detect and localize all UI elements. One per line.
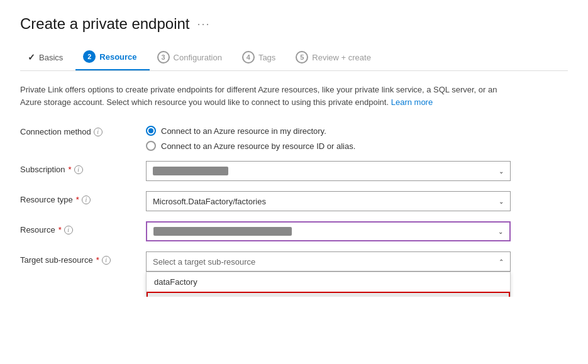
target-sub-resource-required: *: [96, 255, 99, 265]
resource-info-icon[interactable]: i: [64, 226, 73, 234]
tab-resource-label: Resource: [99, 52, 136, 62]
tab-basics[interactable]: ✓ Basics: [20, 47, 75, 69]
resource-control: ⌄: [146, 221, 511, 241]
tab-resource[interactable]: 2 Resource: [75, 45, 149, 70]
target-sub-resource-menu: dataFactory portal: [146, 272, 511, 297]
connection-method-info-icon[interactable]: i: [94, 128, 103, 136]
radio-directory[interactable]: Connect to an Azure resource in my direc…: [146, 126, 511, 136]
resource-dropdown[interactable]: ⌄: [146, 221, 511, 241]
tab-resource-circle: 2: [83, 50, 96, 63]
title-ellipsis: ···: [197, 18, 211, 31]
option-portal[interactable]: portal: [147, 292, 510, 297]
resource-required: *: [58, 225, 62, 234]
subscription-label: Subscription * i: [20, 161, 146, 174]
resource-arrow-icon: ⌄: [498, 228, 503, 235]
tab-review-label: Review + create: [312, 53, 371, 62]
subscription-required: *: [69, 165, 72, 174]
resource-placeholder-bar: [153, 227, 292, 236]
subscription-info-icon[interactable]: i: [74, 165, 83, 174]
subscription-row: Subscription * i ⌄: [20, 161, 568, 181]
basics-check-icon: ✓: [28, 52, 35, 62]
resource-type-info-icon[interactable]: i: [82, 196, 91, 204]
target-sub-resource-dropdown[interactable]: Select a target sub-resource ⌃: [146, 251, 511, 272]
target-sub-resource-label: Target sub-resource * i: [20, 251, 146, 265]
target-sub-resource-arrow-icon: ⌃: [499, 258, 504, 265]
connection-method-control: Connect to an Azure resource in my direc…: [146, 123, 511, 151]
subscription-arrow-icon: ⌄: [499, 168, 504, 175]
tab-tags[interactable]: 4 Tags: [235, 46, 288, 70]
tab-configuration-label: Configuration: [174, 53, 222, 62]
option-dataFactory[interactable]: dataFactory: [147, 272, 510, 292]
resource-label: Resource * i: [20, 221, 146, 234]
resource-value: [153, 227, 292, 236]
tab-configuration-circle: 3: [157, 51, 170, 63]
connection-method-radio-group: Connect to an Azure resource in my direc…: [146, 123, 511, 151]
target-sub-resource-placeholder: Select a target sub-resource: [153, 257, 255, 267]
subscription-placeholder-bar: [153, 167, 228, 175]
tab-tags-circle: 4: [242, 51, 255, 63]
resource-type-dropdown[interactable]: Microsoft.DataFactory/factories ⌄: [146, 191, 511, 211]
subscription-dropdown[interactable]: ⌄: [146, 161, 511, 181]
resource-type-control: Microsoft.DataFactory/factories ⌄: [146, 191, 511, 211]
connection-method-label: Connection method i: [20, 123, 146, 136]
tab-basics-label: Basics: [39, 53, 63, 62]
subscription-value: [153, 167, 228, 175]
page-title-container: Create a private endpoint ···: [20, 15, 568, 33]
target-sub-resource-info-icon[interactable]: i: [102, 256, 111, 265]
resource-type-required: *: [76, 195, 79, 204]
resource-type-row: Resource type * i Microsoft.DataFactory/…: [20, 191, 568, 211]
tab-review[interactable]: 5 Review + create: [288, 46, 384, 70]
tab-tags-label: Tags: [258, 53, 275, 62]
resource-type-value: Microsoft.DataFactory/factories: [153, 197, 266, 206]
learn-more-link[interactable]: Learn more: [391, 97, 433, 107]
tab-review-circle: 5: [296, 51, 308, 63]
tab-configuration[interactable]: 3 Configuration: [150, 46, 235, 70]
target-sub-resource-control: Select a target sub-resource ⌃ dataFacto…: [146, 251, 511, 272]
resource-row: Resource * i ⌄: [20, 221, 568, 241]
target-sub-resource-row: Target sub-resource * i Select a target …: [20, 251, 568, 272]
wizard-tabs: ✓ Basics 2 Resource 3 Configuration 4 Ta…: [20, 45, 568, 71]
connection-method-row: Connection method i Connect to an Azure …: [20, 123, 568, 151]
section-description: Private Link offers options to create pr…: [20, 84, 511, 108]
radio-resource-id[interactable]: Connect to an Azure resource by resource…: [146, 141, 511, 151]
page-title: Create a private endpoint: [20, 15, 190, 33]
resource-type-label: Resource type * i: [20, 191, 146, 204]
radio-resource-id-input[interactable]: [146, 141, 156, 151]
radio-directory-input[interactable]: [146, 126, 156, 136]
resource-type-arrow-icon: ⌄: [499, 198, 504, 205]
resource-form: Connection method i Connect to an Azure …: [20, 123, 568, 282]
subscription-control: ⌄: [146, 161, 511, 181]
